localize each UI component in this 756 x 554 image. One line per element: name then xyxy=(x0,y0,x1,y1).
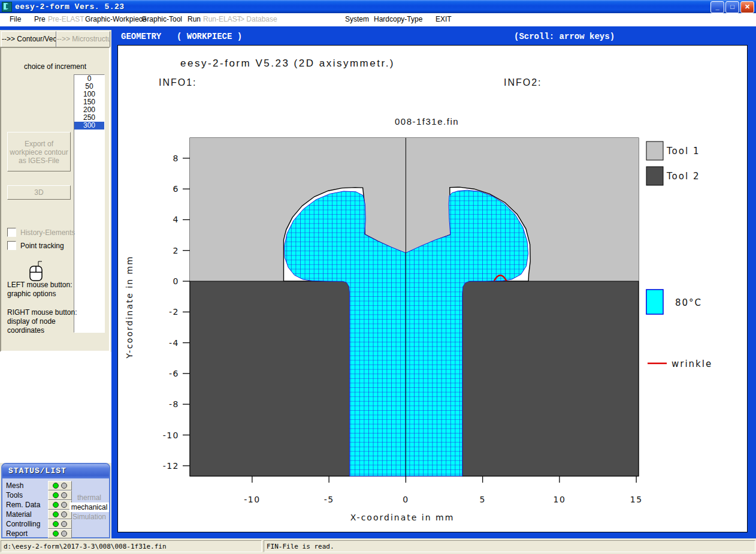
menu-system[interactable]: System xyxy=(345,15,369,23)
viewer-object-label: ( WORKPIECE ) xyxy=(177,30,242,43)
mesh-status-button[interactable] xyxy=(48,481,72,490)
menu-pre-elast: Pre-ELAST xyxy=(48,15,84,23)
tool2-region xyxy=(190,281,350,476)
tool2-region xyxy=(462,281,639,476)
tools-status-button[interactable] xyxy=(48,490,72,500)
green-status-dot xyxy=(53,521,59,527)
x-tick-label: -5 xyxy=(324,495,334,504)
gray-status-dot xyxy=(61,511,67,517)
contour-vec-button[interactable]: -->> Contour/Vec. xyxy=(1,31,56,48)
x-tick-label: 15 xyxy=(630,495,643,504)
legend-swatch xyxy=(646,167,663,185)
menu-hardcopy-type[interactable]: Hardcopy-Type xyxy=(374,15,422,23)
plot-canvas: eesy-2-form V5.23 (2D axisymmetr.) INFO1… xyxy=(117,45,748,532)
status-row-report: Report xyxy=(6,529,72,538)
menu-run[interactable]: Run xyxy=(188,15,201,23)
green-status-dot xyxy=(53,492,59,498)
gray-status-dot xyxy=(61,492,67,498)
status-row-material: Material xyxy=(6,510,72,519)
status-row-rem-data: Rem. Data xyxy=(6,500,72,510)
viewer-panel: GEOMETRY ( WORKPIECE ) (Scroll: arrow ke… xyxy=(111,30,756,538)
gray-status-dot xyxy=(61,521,67,527)
viewer-mode-label: GEOMETRY xyxy=(121,30,161,43)
menu-graphic-workpiece[interactable]: Graphic-Workpiece xyxy=(85,15,146,23)
point-tracking-checkbox[interactable] xyxy=(7,241,16,250)
y-tick-label: 6 xyxy=(173,184,179,194)
close-button[interactable]: ✕ xyxy=(740,1,754,13)
gray-status-dot xyxy=(61,502,67,508)
y-tick-label: -6 xyxy=(169,369,179,378)
increment-label: choice of increment xyxy=(1,62,109,71)
increment-option-selected[interactable]: 300 xyxy=(74,122,104,130)
status-row-tools: Tools xyxy=(6,490,72,500)
y-axis-title: Y-coordinate in mm xyxy=(125,255,134,359)
controlling-status-button[interactable] xyxy=(48,519,72,529)
mouse-icon xyxy=(26,260,44,283)
menu-pre[interactable]: Pre xyxy=(34,15,46,23)
status-list-title: STATUS/LIST xyxy=(2,464,109,478)
mode-thermal: thermal xyxy=(69,493,109,502)
history-elements-checkbox-row: History-Elements xyxy=(7,228,75,237)
legend-swatch xyxy=(646,141,663,160)
y-tick-label: -4 xyxy=(169,338,179,348)
green-status-dot xyxy=(53,483,59,489)
x-tick-label: 0 xyxy=(403,495,409,504)
statusbar-message: FIN-File is read. xyxy=(264,540,755,552)
app-icon xyxy=(2,2,12,12)
statusbar-file-path: d:\eesy-2-form\2017-3-3\008\008-1f31e.fi… xyxy=(1,540,262,552)
gray-status-dot xyxy=(61,531,67,537)
increment-panel: choice of increment 0 50 100 150 200 250… xyxy=(0,47,110,352)
y-tick-label: 0 xyxy=(173,276,179,286)
status-bar: d:\eesy-2-form\2017-3-3\008\008-1f31e.fi… xyxy=(0,539,756,554)
y-tick-label: -12 xyxy=(163,461,179,471)
maximize-button[interactable]: □ xyxy=(725,1,739,13)
y-tick-label: 2 xyxy=(173,246,179,255)
geometry-plot[interactable]: 86420-2-4-6-8-10-12-10-5051015X-coordina… xyxy=(118,46,748,532)
y-tick-label: -10 xyxy=(163,430,179,440)
menu-database: --> Database xyxy=(235,15,277,23)
legend-label: Tool 1 xyxy=(666,146,700,156)
sidebar-lower-area xyxy=(0,352,111,463)
y-tick-label: 8 xyxy=(173,153,179,163)
3d-button: 3D xyxy=(7,185,71,200)
rem-data-status-button[interactable] xyxy=(48,500,72,510)
title-bar: eesy-2-form Vers. 5.23 _ □ ✕ xyxy=(0,0,756,13)
y-tick-label: -2 xyxy=(169,307,179,317)
green-status-dot xyxy=(53,502,59,508)
y-tick-label: 4 xyxy=(173,215,179,224)
menu-file[interactable]: File xyxy=(10,15,21,23)
mode-mechanical: mechanical xyxy=(69,502,109,512)
history-elements-checkbox xyxy=(7,228,16,237)
left-mouse-hint: LEFT mouse button: graphic options xyxy=(7,281,72,299)
y-tick-label: -8 xyxy=(169,399,179,409)
status-row-controlling: Controlling xyxy=(6,519,72,529)
increment-listbox[interactable]: 0 50 100 150 200 250 300 xyxy=(74,74,105,333)
right-mouse-hint: RIGHT mouse button: display of node coor… xyxy=(7,308,77,335)
menu-exit[interactable]: EXIT xyxy=(436,15,452,23)
legend-label: wrinkle xyxy=(672,359,712,369)
menu-bar: File Pre Pre-ELAST Graphic-Workpiece Gra… xyxy=(0,13,756,26)
export-iges-button: Export of workpiece contour as IGES-File xyxy=(7,132,71,171)
report-status-button[interactable] xyxy=(48,529,72,538)
window-title: eesy-2-form Vers. 5.23 xyxy=(15,2,125,11)
material-status-button[interactable] xyxy=(48,510,72,519)
legend-swatch xyxy=(646,290,663,314)
legend-label: Tool 2 xyxy=(666,171,700,182)
application-window: { "window": { "title": "eesy-2-form Vers… xyxy=(0,0,756,554)
minimize-button[interactable]: _ xyxy=(710,1,724,13)
gray-status-dot xyxy=(61,483,67,489)
viewer-scroll-hint: (Scroll: arrow keys) xyxy=(514,30,615,43)
geometry-svg[interactable]: 86420-2-4-6-8-10-12-10-5051015X-coordina… xyxy=(118,46,747,532)
viewer-header: GEOMETRY ( WORKPIECE ) (Scroll: arrow ke… xyxy=(114,30,754,43)
status-row-mesh: Mesh xyxy=(6,481,72,490)
x-tick-label: 5 xyxy=(479,495,485,504)
mode-simulation: Simulation xyxy=(69,512,109,522)
simulation-modes: thermal mechanical Simulation xyxy=(69,493,109,522)
menu-graphic-tool[interactable]: Graphic-Tool xyxy=(141,15,182,23)
microstructure-button: -->> Microstructure xyxy=(56,31,110,48)
x-axis-title: X-coordinate in mm xyxy=(350,513,455,522)
legend-label: 80°C xyxy=(675,297,702,308)
x-tick-label: 10 xyxy=(553,495,566,504)
green-status-dot xyxy=(53,511,59,517)
point-tracking-checkbox-row[interactable]: Point tracking xyxy=(7,241,64,250)
